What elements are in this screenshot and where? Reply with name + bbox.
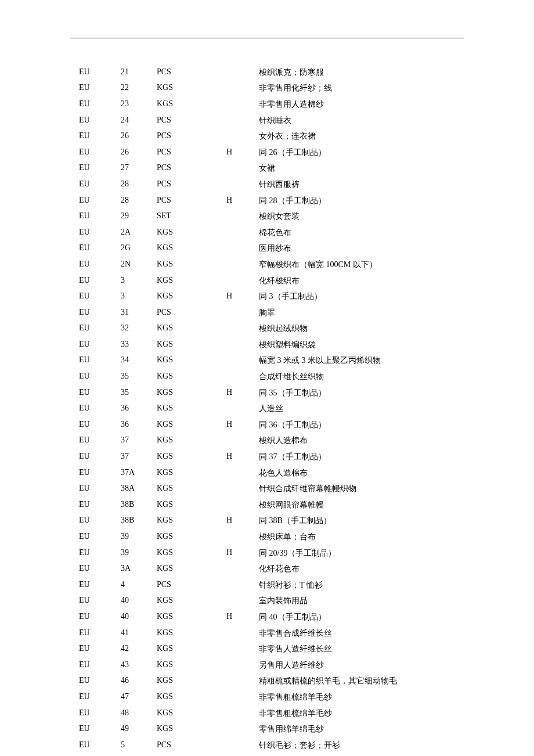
cell-flag bbox=[226, 241, 259, 257]
cell-unit: KGS bbox=[157, 401, 226, 417]
cell-code: 5 bbox=[121, 754, 157, 756]
table-row: EU24PCS针织睡衣 bbox=[75, 113, 459, 129]
cell-code: 34 bbox=[121, 353, 157, 369]
cell-unit: KGS bbox=[157, 497, 226, 513]
table-row: EU5PCS针织毛衫；套衫；开衫 bbox=[75, 737, 459, 754]
cell-code: 4 bbox=[121, 577, 157, 593]
cell-desc: 人造丝 bbox=[259, 401, 459, 417]
cell-code: 39 bbox=[121, 545, 157, 561]
cell-desc: 花色人造棉布 bbox=[259, 465, 459, 481]
cell-unit: KGS bbox=[157, 369, 226, 385]
table-row: EU38BKGS梭织网眼帘幕帷幔 bbox=[75, 497, 459, 513]
cell-desc: 室内装饰用品 bbox=[259, 593, 459, 610]
cell-code: 38A bbox=[121, 481, 157, 497]
cell-unit: PCS bbox=[157, 754, 226, 756]
cell-code: 28 bbox=[121, 177, 157, 193]
cell-flag bbox=[226, 225, 259, 241]
cell-unit: KGS bbox=[157, 465, 226, 481]
cell-region: EU bbox=[75, 737, 121, 754]
cell-flag bbox=[226, 561, 259, 577]
cell-unit: KGS bbox=[157, 321, 226, 337]
cell-unit: KGS bbox=[157, 337, 226, 353]
cell-flag: H bbox=[226, 289, 259, 305]
cell-unit: KGS bbox=[157, 609, 226, 625]
cell-desc: 化纤花色布 bbox=[259, 561, 459, 577]
cell-desc: 非零售用人造棉纱 bbox=[259, 96, 459, 113]
table-row: EU3KGSH同 3（手工制品） bbox=[75, 289, 459, 305]
cell-unit: PCS bbox=[157, 305, 226, 321]
cell-code: 37 bbox=[121, 449, 157, 465]
cell-unit: KGS bbox=[157, 257, 226, 273]
cell-desc: 同 37（手工制品） bbox=[259, 449, 459, 465]
cell-code: 37 bbox=[121, 433, 157, 449]
cell-flag: H bbox=[226, 417, 259, 433]
cell-code: 47 bbox=[121, 689, 157, 705]
cell-region: EU bbox=[75, 433, 121, 449]
cell-desc: 棉花色布 bbox=[259, 225, 459, 241]
cell-code: 33 bbox=[121, 337, 157, 353]
table-row: EU43KGS另售用人造纤维纱 bbox=[75, 657, 459, 674]
cell-desc: 梭织起绒织物 bbox=[259, 321, 459, 337]
cell-code: 32 bbox=[121, 321, 157, 337]
cell-unit: KGS bbox=[157, 625, 226, 642]
cell-region: EU bbox=[75, 689, 121, 705]
cell-code: 35 bbox=[121, 369, 157, 385]
cell-flag: H bbox=[226, 609, 259, 625]
cell-desc: 女裙 bbox=[259, 161, 459, 177]
cell-desc: 针织衬衫；T 恤衫 bbox=[259, 577, 459, 593]
cell-region: EU bbox=[75, 208, 121, 225]
cell-code: 38B bbox=[121, 513, 157, 530]
cell-code: 40 bbox=[121, 609, 157, 625]
cell-desc: 窄幅梭织布（幅宽 100CM 以下） bbox=[259, 257, 459, 273]
table-row: EU49KGS零售用绵羊绵毛纱 bbox=[75, 721, 459, 737]
cell-region: EU bbox=[75, 321, 121, 337]
cell-unit: KGS bbox=[157, 273, 226, 289]
table-row: EU36KGSH同 36（手工制品） bbox=[75, 417, 459, 433]
cell-region: EU bbox=[75, 561, 121, 577]
cell-unit: KGS bbox=[157, 289, 226, 305]
cell-unit: KGS bbox=[157, 657, 226, 674]
cell-region: EU bbox=[75, 721, 121, 737]
cell-unit: KGS bbox=[157, 641, 226, 657]
table-row: EU46KGS精粗梳或精梳的织羊毛，其它细动物毛 bbox=[75, 674, 459, 690]
cell-code: 26 bbox=[121, 128, 157, 145]
cell-unit: PCS bbox=[157, 128, 226, 145]
cell-code: 31 bbox=[121, 305, 157, 321]
cell-code: 49 bbox=[121, 721, 157, 737]
cell-desc: 非零售用化纤纱；线 bbox=[259, 81, 459, 97]
cell-desc: 零售用绵羊绵毛纱 bbox=[259, 721, 459, 737]
cell-unit: KGS bbox=[157, 513, 226, 530]
cell-region: EU bbox=[75, 449, 121, 465]
cell-region: EU bbox=[75, 64, 121, 81]
cell-desc: 女外衣；连衣裙 bbox=[259, 128, 459, 145]
cell-desc: 同 26（手工制品） bbox=[259, 145, 459, 161]
table-row: EU2AKGS棉花色布 bbox=[75, 225, 459, 241]
cell-desc: 同 38B（手工制品） bbox=[259, 513, 459, 530]
cell-flag bbox=[226, 321, 259, 337]
cell-unit: PCS bbox=[157, 737, 226, 754]
cell-flag bbox=[226, 674, 259, 690]
cell-code: 23 bbox=[121, 96, 157, 113]
cell-desc: 非零售粗梳绵羊毛纱 bbox=[259, 689, 459, 705]
table-row: EU22KGS非零售用化纤纱；线 bbox=[75, 81, 459, 97]
cell-unit: KGS bbox=[157, 481, 226, 497]
table-row: EU2NKGS窄幅梭织布（幅宽 100CM 以下） bbox=[75, 257, 459, 273]
cell-region: EU bbox=[75, 641, 121, 657]
cell-flag bbox=[226, 737, 259, 754]
cell-region: EU bbox=[75, 593, 121, 610]
cell-flag bbox=[226, 465, 259, 481]
cell-desc: 合成纤维长丝织物 bbox=[259, 369, 459, 385]
cell-code: 5 bbox=[121, 737, 157, 754]
cell-code: 39 bbox=[121, 529, 157, 545]
cell-code: 42 bbox=[121, 641, 157, 657]
table-row: EU4PCS针织衬衫；T 恤衫 bbox=[75, 577, 459, 593]
table-row: EU5PCSH同 5（手工制品） bbox=[75, 754, 459, 756]
document-page: EU21PCS梭织派克；防寒服EU22KGS非零售用化纤纱；线EU23KGS非零… bbox=[0, 0, 534, 756]
cell-code: 29 bbox=[121, 208, 157, 225]
cell-code: 36 bbox=[121, 417, 157, 433]
cell-region: EU bbox=[75, 609, 121, 625]
cell-code: 2A bbox=[121, 225, 157, 241]
cell-region: EU bbox=[75, 161, 121, 177]
cell-desc: 非零售合成纤维长丝 bbox=[259, 625, 459, 642]
cell-flag bbox=[226, 273, 259, 289]
